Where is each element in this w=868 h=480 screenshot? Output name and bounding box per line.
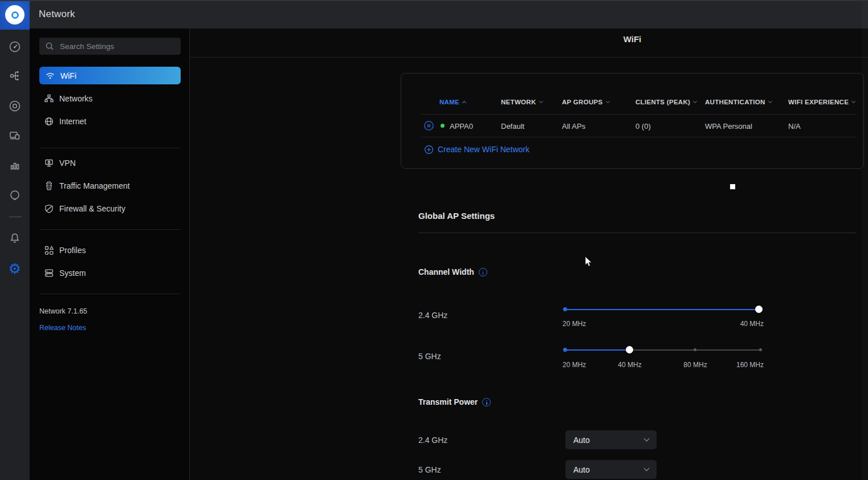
sidebar-item-wifi[interactable]: WiFi (39, 67, 181, 84)
unifi-logo[interactable] (0, 0, 30, 30)
column-header-authentication[interactable]: AUTHENTICATION (705, 99, 772, 105)
table-header-divider (420, 114, 857, 115)
sidebar-item-label: Traffic Management (59, 181, 130, 190)
chevron-down-icon (768, 99, 772, 103)
dashboard-icon[interactable] (8, 40, 22, 54)
section-divider (418, 233, 857, 233)
page-title-divider (190, 57, 868, 58)
status-online-dot (441, 124, 445, 128)
slider-track-filled[interactable] (564, 309, 763, 310)
tick-20mhz: 20 MHz (563, 320, 586, 328)
slider-start-dot (563, 307, 567, 311)
wifi-experience-cell: N/A (788, 122, 801, 131)
tick-40mhz: 40 MHz (735, 320, 764, 328)
vpn-icon (44, 158, 54, 168)
statistics-icon[interactable] (8, 158, 22, 172)
search-input[interactable] (39, 38, 181, 55)
transmit-power-24ghz-select[interactable]: Auto (565, 430, 657, 449)
ap-groups-cell: All APs (562, 122, 585, 131)
chevron-down-icon (693, 99, 697, 103)
slider-start-dot (563, 348, 567, 352)
sidebar-item-label: Profiles (59, 246, 86, 255)
sidebar-item-label: VPN (59, 158, 76, 168)
unifi-logo-ring (11, 11, 19, 19)
global-ap-settings-heading: Global AP Settings (418, 211, 495, 221)
channel-width-24ghz-slider[interactable] (564, 306, 763, 313)
sidebar-item-system[interactable]: System (39, 266, 181, 280)
sidebar-divider (39, 148, 181, 148)
sidebar-item-label: Internet (59, 117, 86, 126)
mouse-cursor (585, 257, 593, 270)
networks-icon (44, 94, 54, 103)
rail-divider (9, 217, 22, 217)
wifi-table-card (401, 73, 864, 169)
unifi-devices-icon[interactable] (8, 99, 22, 113)
clients-peak-cell: 0 (0) (635, 122, 651, 131)
sidebar-item-label: System (59, 269, 86, 278)
gear-glyph: ⚙ (9, 262, 21, 275)
chevron-down-icon (605, 99, 609, 103)
transmit-power-heading: Transmit Power (418, 397, 491, 406)
column-header-wifi-experience[interactable]: WIFI EXPERIENCE (788, 99, 855, 105)
chevron-down-icon (539, 99, 543, 103)
slider-handle[interactable] (755, 306, 763, 313)
scrollbar-track[interactable] (862, 0, 868, 480)
app-header: Network (30, 0, 868, 29)
sidebar-divider (39, 229, 181, 230)
sort-asc-icon (462, 101, 466, 105)
column-header-network[interactable]: NETWORK (501, 99, 543, 105)
transmit-power-5ghz-select[interactable]: Auto (565, 460, 657, 479)
window-top-edge (0, 0, 868, 1)
tick-20mhz: 20 MHz (563, 361, 586, 369)
column-header-clients-peak[interactable]: CLIENTS (PEAK) (635, 99, 696, 105)
release-notes-link[interactable]: Release Notes (39, 324, 86, 332)
settings-sidebar: WiFi Networks Internet (30, 29, 190, 480)
network-cell: Default (501, 122, 524, 131)
sidebar-item-label: Networks (59, 94, 92, 103)
slider-stop-80mhz[interactable] (694, 348, 696, 351)
shield-icon (44, 204, 54, 213)
page-title: WiFi (401, 34, 864, 44)
app-title: Network (39, 0, 75, 29)
topology-icon[interactable] (8, 69, 22, 83)
band-24ghz-label: 2.4 GHz (418, 436, 447, 445)
sidebar-item-label: Firewall & Security (59, 204, 125, 213)
chevron-down-icon (644, 466, 650, 471)
slider-handle[interactable] (626, 346, 633, 353)
band-5ghz-label: 5 GHz (418, 352, 441, 361)
left-icon-rail: ⚙ (0, 0, 30, 480)
sidebar-item-vpn[interactable]: VPN (39, 156, 181, 170)
sidebar-item-networks[interactable]: Networks (39, 92, 181, 105)
sidebar-divider (39, 294, 181, 294)
profiles-icon (44, 246, 54, 255)
traffic-light-icon (44, 181, 54, 190)
notifications-bell-icon[interactable] (8, 231, 22, 245)
channel-width-5ghz-slider[interactable] (564, 346, 763, 353)
sidebar-item-label: WiFi (60, 71, 76, 80)
create-new-wifi-button[interactable]: Create New WiFi Network (425, 145, 529, 154)
wifi-name-cell[interactable]: APPA0 (450, 122, 473, 131)
chevron-down-icon (644, 436, 650, 442)
table-row-divider (420, 137, 857, 137)
sidebar-item-firewall-security[interactable]: Firewall & Security (39, 202, 181, 215)
insights-icon[interactable] (8, 189, 22, 202)
info-icon[interactable] (482, 398, 491, 406)
column-header-ap-groups[interactable]: AP GROUPS (562, 99, 609, 105)
search-box[interactable] (39, 38, 181, 55)
client-devices-icon[interactable] (8, 129, 22, 143)
version-text: Network 7.1.65 (39, 307, 87, 315)
band-5ghz-label: 5 GHz (418, 465, 441, 474)
column-header-name[interactable]: NAME (439, 99, 466, 105)
unifi-logo-circle (5, 5, 25, 25)
sidebar-item-traffic-management[interactable]: Traffic Management (39, 179, 181, 193)
slider-track-filled[interactable] (564, 349, 630, 351)
sidebar-item-profiles[interactable]: Profiles (39, 243, 181, 257)
sidebar-item-internet[interactable]: Internet (39, 115, 181, 128)
info-icon[interactable] (479, 268, 487, 276)
slider-stop-160mhz[interactable] (759, 348, 762, 351)
settings-gear-icon[interactable]: ⚙ (8, 262, 22, 275)
pause-wifi-button[interactable] (424, 121, 434, 133)
tick-40mhz: 40 MHz (613, 361, 647, 369)
wifi-icon (46, 71, 55, 80)
globe-icon (44, 117, 54, 126)
